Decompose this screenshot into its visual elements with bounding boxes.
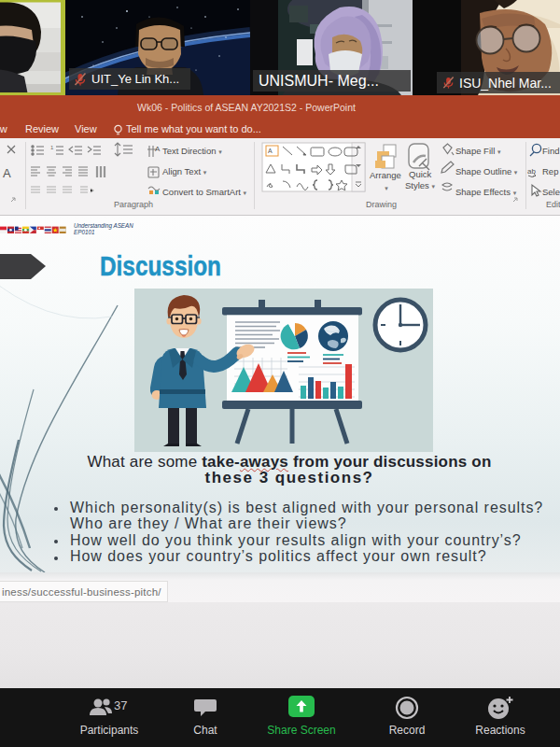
svg-text:A: A [3, 166, 11, 180]
svg-text:A: A [155, 145, 161, 153]
svg-text:37: 37 [114, 698, 127, 712]
svg-text:A: A [268, 148, 273, 154]
svg-text:1: 1 [50, 145, 54, 150]
